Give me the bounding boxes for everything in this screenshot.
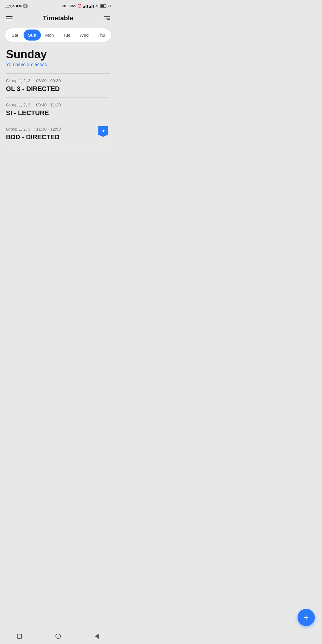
class-name-1: GL 3 - DIRECTED [6, 85, 110, 93]
status-icons: 38.1KB/s ⏰ ∿ 71 [62, 4, 112, 8]
status-time: 11:04 AM n [5, 4, 28, 8]
main-content: Sunday You have 3 classes Group 1, 2, 3 … [0, 48, 116, 146]
class-name-3: BDD - DIRECTED [6, 133, 110, 141]
class-count-prefix: You have [6, 62, 27, 67]
menu-button[interactable] [6, 16, 13, 20]
class-group-time-2: Group 1, 2, 3 : 09:40 - 11:20 [6, 103, 110, 107]
bookmark-star-icon: ★ [101, 129, 105, 133]
day-sun[interactable]: Sun [24, 30, 41, 41]
battery-icon [100, 4, 106, 8]
day-sat[interactable]: Sat [6, 30, 24, 41]
class-time-2: 09:40 - 11:20 [36, 103, 61, 107]
class-group-time-3: Group 1, 2, 3 : 11:30 - 12:50 [6, 127, 110, 131]
class-time-3: 11:30 - 12:50 [36, 127, 61, 131]
signal-icon-1 [83, 4, 88, 8]
notification-dot: n [23, 4, 28, 8]
signal-icon-2 [89, 4, 94, 8]
class-group-1: Group 1, 2, 3 [6, 78, 30, 83]
status-bar: 11:04 AM n 38.1KB/s ⏰ ∿ 71 [0, 0, 116, 11]
app-bar: Timetable [0, 11, 116, 26]
class-group-2: Group 1, 2, 3 [6, 103, 30, 107]
wifi-icon: ∿ [95, 4, 98, 8]
class-name-2: SI - LECTURE [6, 109, 110, 117]
day-selector: Sat Sun Mon Tue Wed Thu [5, 28, 112, 42]
class-group-3: Group 1, 2, 3 [6, 127, 30, 131]
time-text: 11:04 AM [5, 4, 22, 8]
day-title: Sunday [6, 48, 110, 61]
class-item-3: ★ Group 1, 2, 3 : 11:30 - 12:50 BDD - DI… [6, 122, 110, 146]
bookmark-badge[interactable]: ★ [98, 126, 108, 137]
class-time-1: 08:00 - 09:30 [36, 78, 61, 83]
alarm-icon: ⏰ [77, 4, 82, 8]
day-thu[interactable]: Thu [93, 30, 110, 41]
class-count-value: 3 classes [27, 62, 47, 67]
class-item-1: Group 1, 2, 3 : 08:00 - 09:30 GL 3 - DIR… [6, 73, 110, 98]
speed-text: 38.1KB/s [62, 4, 76, 8]
day-mon[interactable]: Mon [41, 30, 58, 41]
filter-button[interactable] [104, 16, 110, 20]
day-tue[interactable]: Tue [58, 30, 75, 41]
class-item-2: Group 1, 2, 3 : 09:40 - 11:20 SI - LECTU… [6, 98, 110, 122]
battery-percent: 71 [108, 4, 112, 8]
class-count: You have 3 classes [6, 62, 110, 67]
day-wed[interactable]: Wed [75, 30, 93, 41]
app-title: Timetable [43, 14, 73, 22]
battery-indicator: 71 [100, 4, 112, 8]
class-list: Group 1, 2, 3 : 08:00 - 09:30 GL 3 - DIR… [6, 73, 110, 146]
class-group-time-1: Group 1, 2, 3 : 08:00 - 09:30 [6, 78, 110, 83]
